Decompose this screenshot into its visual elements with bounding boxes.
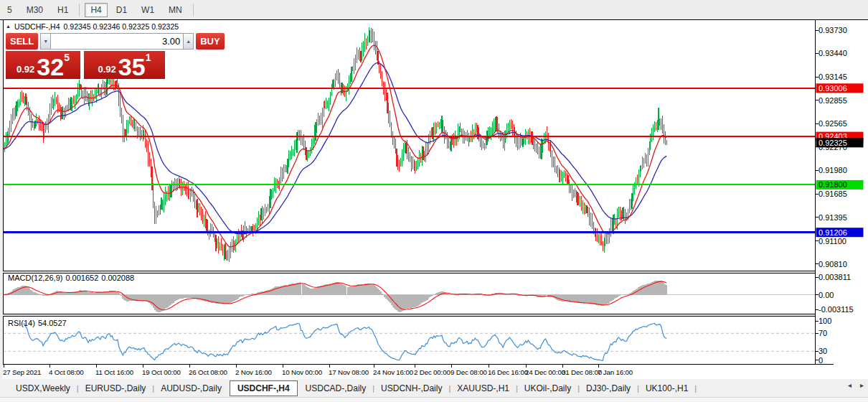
tab-xauusd-h1[interactable]: XAUUSD-,H1 — [451, 381, 515, 396]
tabs-scroll-left-icon[interactable]: ◂ — [848, 382, 852, 389]
timeframe-button-h4[interactable]: H4 — [85, 3, 107, 17]
tab-separator: | — [448, 384, 450, 393]
svg-text:26 Oct 08:00: 26 Oct 08:00 — [189, 368, 227, 376]
rsi-value: 54.0527 — [38, 319, 67, 327]
timeframe-button-h1[interactable]: H1 — [52, 3, 74, 17]
sell-price-display[interactable]: 0.92 32 5 — [6, 51, 80, 79]
svg-text:0.00: 0.00 — [819, 291, 834, 299]
tab-separator: | — [152, 384, 154, 393]
tab-separator: | — [637, 384, 639, 393]
timeframe-button-mn[interactable]: MN — [163, 3, 188, 17]
arrow-down-icon: ▼ — [43, 39, 48, 44]
chart-symbol-title: USDCHF-,H4 — [14, 22, 60, 31]
tab-dj30-daily[interactable]: DJ30-,Daily — [580, 381, 636, 396]
volume-decrease-button[interactable]: ▼ — [40, 33, 51, 50]
tab-separator: | — [694, 384, 697, 393]
svg-text:16 Dec 16:00: 16 Dec 16:00 — [488, 368, 529, 376]
macd-value-signal: 0.002088 — [101, 274, 134, 282]
svg-text:-0.003115: -0.003115 — [819, 305, 854, 314]
tab-usdcad-daily[interactable]: USDCAD-,Daily — [300, 381, 372, 396]
window-bottom-edge — [0, 397, 868, 402]
svg-text:9 Dec 08:00: 9 Dec 08:00 — [450, 368, 487, 376]
svg-text:0: 0 — [819, 356, 823, 365]
svg-text:0.91685: 0.91685 — [819, 190, 847, 198]
svg-text:11 Oct 16:00: 11 Oct 16:00 — [95, 368, 134, 376]
rsi-indicator-label: RSI(14)54.0527 — [8, 319, 70, 327]
svg-text:19 Oct 00:00: 19 Oct 00:00 — [142, 368, 181, 376]
tab-scroll-arrows: ◂ ▸ — [848, 382, 864, 389]
svg-text:0.91206: 0.91206 — [819, 228, 847, 237]
svg-text:0.90810: 0.90810 — [819, 260, 847, 268]
tab-uk100-h1[interactable]: UK100-,H1 — [640, 381, 694, 396]
tab-separator: | — [77, 384, 79, 393]
svg-text:24 Dec 00:00: 24 Dec 00:00 — [525, 368, 566, 376]
tabs-scroll-right-icon[interactable]: ▸ — [860, 382, 864, 389]
svg-text:0.93730: 0.93730 — [819, 26, 847, 34]
tab-separator: | — [372, 384, 374, 393]
tab-usdcnh-daily[interactable]: USDCNH-,Daily — [375, 381, 448, 396]
macd-indicator-label: MACD(12,26,9)0.0016520.002088 — [8, 274, 137, 282]
chart-tab-bar: USDX,Weekly|EURUSD-,Daily|AUDUSD-,DailyU… — [0, 379, 868, 397]
toolbar-separator — [79, 4, 80, 17]
one-click-trading-panel: ▲ USDCHF-,H4 0.92345 0.92346 0.92325 0.9… — [6, 22, 165, 79]
arrow-up-icon: ▲ — [186, 39, 191, 44]
trade-controls-row: SELL ▼ ▲ BUY — [6, 33, 165, 50]
svg-text:30: 30 — [819, 347, 827, 355]
sell-price-pip-digit: 5 — [64, 52, 70, 63]
svg-text:100: 100 — [819, 317, 831, 325]
svg-text:0.003811: 0.003811 — [819, 273, 851, 281]
sell-price-prefix: 0.92 — [16, 64, 34, 75]
buy-price-display[interactable]: 0.92 35 1 — [84, 51, 165, 79]
timeframe-button-w1[interactable]: W1 — [136, 3, 160, 17]
svg-text:2 Nov 16:00: 2 Nov 16:00 — [235, 368, 272, 376]
svg-text:0.92565: 0.92565 — [819, 119, 847, 128]
buy-price-prefix: 0.92 — [98, 64, 116, 75]
tab-separator: | — [577, 384, 580, 393]
sell-price-big-digits: 32 — [37, 56, 64, 78]
tab-separator: | — [516, 384, 518, 393]
svg-text:0.91980: 0.91980 — [819, 166, 847, 174]
svg-text:4 Oct 08:00: 4 Oct 08:00 — [49, 368, 84, 376]
svg-text:7 Jan 16:00: 7 Jan 16:00 — [598, 368, 633, 376]
tab-usdchf-h4[interactable]: USDCHF-,H4 — [230, 380, 298, 396]
panel-collapse-icon[interactable]: ▲ — [6, 24, 11, 29]
trade-price-row: 0.92 32 5 0.92 35 1 — [6, 51, 165, 79]
timeframe-button-5[interactable]: 5 — [1, 3, 18, 17]
timeframe-button-m30[interactable]: M30 — [21, 3, 49, 17]
svg-text:70: 70 — [819, 329, 827, 337]
svg-text:27 Sep 2021: 27 Sep 2021 — [3, 368, 41, 376]
sell-button[interactable]: SELL — [6, 33, 38, 50]
tab-audusd-daily[interactable]: AUDUSD-,Daily — [155, 381, 227, 396]
volume-input[interactable] — [51, 33, 183, 50]
svg-text:24 Nov 16:00: 24 Nov 16:00 — [373, 368, 414, 376]
timeframe-toolbar: 5M30H1H4D1W1MN — [0, 0, 868, 19]
toolbar-separator — [193, 4, 194, 17]
rsi-name: RSI(14) — [8, 319, 35, 327]
svg-text:17 Nov 08:00: 17 Nov 08:00 — [329, 368, 369, 376]
buy-button[interactable]: BUY — [196, 33, 224, 50]
trading-terminal-window: 5M30H1H4D1W1MN 0.937300.934400.931450.92… — [0, 0, 868, 402]
macd-value-main: 0.001652 — [65, 274, 98, 282]
tab-eurusd-daily[interactable]: EURUSD-,Daily — [80, 381, 152, 396]
svg-text:0.93006: 0.93006 — [819, 84, 847, 93]
tab-ukoil-daily[interactable]: UKOil-,Daily — [519, 381, 577, 396]
svg-text:0.93440: 0.93440 — [819, 49, 847, 57]
buy-price-pip-digit: 1 — [146, 52, 151, 63]
svg-text:0.92855: 0.92855 — [819, 96, 847, 105]
svg-text:31 Dec 08:00: 31 Dec 08:00 — [562, 368, 603, 376]
svg-text:10 Nov 00:00: 10 Nov 00:00 — [282, 368, 323, 376]
svg-text:0.93145: 0.93145 — [819, 73, 847, 81]
macd-name: MACD(12,26,9) — [8, 274, 62, 282]
tab-usdx-weekly[interactable]: USDX,Weekly — [10, 381, 76, 396]
svg-text:0.92325: 0.92325 — [819, 139, 847, 147]
svg-text:0.91800: 0.91800 — [819, 180, 847, 189]
volume-increase-button[interactable]: ▲ — [183, 33, 194, 50]
trade-panel-header: ▲ USDCHF-,H4 0.92345 0.92346 0.92325 0.9… — [6, 22, 165, 31]
buy-price-big-digits: 35 — [118, 56, 146, 78]
chart-ohlc-quotes: 0.92345 0.92346 0.92325 0.92325 — [64, 22, 179, 31]
svg-text:0.91100: 0.91100 — [819, 237, 846, 246]
svg-text:2 Dec 00:00: 2 Dec 00:00 — [414, 368, 450, 376]
timeframe-button-d1[interactable]: D1 — [110, 3, 133, 17]
volume-stepper: ▼ ▲ — [40, 33, 194, 50]
svg-text:0.91395: 0.91395 — [819, 213, 847, 222]
